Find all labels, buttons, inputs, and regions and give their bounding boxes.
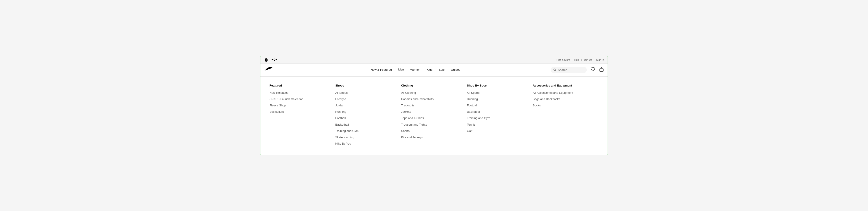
column-items-shoes: All Shoes Lifestyle Jordan Running Footb… — [335, 91, 397, 146]
find-store-link[interactable]: Find a Store — [557, 59, 570, 61]
nav-item-kids[interactable]: Kids — [427, 68, 432, 72]
utility-bar-logos — [264, 58, 278, 62]
sport-item-tennis[interactable]: Tennis — [467, 123, 528, 127]
clothing-item-tracksuits[interactable]: Tracksuits — [401, 103, 462, 108]
dropdown-column-shoes: Shoes All Shoes Lifestyle Jordan Running… — [335, 84, 401, 146]
dropdown-columns: Featured New Releases SNKRS Launch Calen… — [270, 84, 598, 146]
converse-logo[interactable] — [271, 58, 278, 62]
dropdown-column-sport: Shop By Sport All Sports Running Footbal… — [467, 84, 533, 146]
clothing-item-hoodies[interactable]: Hoodies and Sweatshirts — [401, 97, 462, 101]
accessories-item-all[interactable]: All Accessories and Equipment — [533, 91, 594, 95]
sport-item-all[interactable]: All Sports — [467, 91, 528, 95]
shoes-item-jordan[interactable]: Jordan — [335, 103, 397, 108]
column-items-sport: All Sports Running Football Basketball T… — [467, 91, 528, 133]
search-input[interactable] — [558, 68, 584, 72]
svg-line-4 — [555, 70, 556, 71]
clothing-item-tops[interactable]: Tops and T-Shirts — [401, 116, 462, 120]
shoes-item-basketball[interactable]: Basketball — [335, 123, 397, 127]
clothing-item-kits[interactable]: Kits and Jerseys — [401, 135, 462, 139]
featured-item-snkrs[interactable]: SNKRS Launch Calendar — [270, 97, 331, 101]
sport-item-basketball[interactable]: Basketball — [467, 110, 528, 114]
clothing-item-shorts[interactable]: Shorts — [401, 129, 462, 133]
accessories-item-socks[interactable]: Socks — [533, 103, 594, 108]
clothing-item-trousers[interactable]: Trousers and Tights — [401, 123, 462, 127]
dropdown-column-accessories: Accessories and Equipment All Accessorie… — [533, 84, 598, 146]
nav-item-men[interactable]: Men — [398, 68, 404, 72]
shoes-item-lifestyle[interactable]: Lifestyle — [335, 97, 397, 101]
column-items-accessories: All Accessories and Equipment Bags and B… — [533, 91, 594, 108]
nav-item-sale[interactable]: Sale — [439, 68, 445, 72]
accessories-item-bags[interactable]: Bags and Backpacks — [533, 97, 594, 101]
header-right — [551, 67, 604, 73]
search-icon — [553, 68, 556, 71]
search-box[interactable] — [551, 67, 587, 73]
sport-item-running[interactable]: Running — [467, 97, 528, 101]
column-items-clothing: All Clothing Hoodies and Sweatshirts Tra… — [401, 91, 462, 140]
dropdown-column-clothing: Clothing All Clothing Hoodies and Sweats… — [401, 84, 467, 146]
main-nav: New & Featured Men Women Kids Sale Guide… — [280, 68, 551, 72]
clothing-item-jackets[interactable]: Jackets — [401, 110, 462, 114]
utility-bar-links: Find a Store | Help | Join Us | Sign In — [557, 59, 604, 61]
utility-bar: Find a Store | Help | Join Us | Sign In — [260, 56, 608, 64]
nav-item-new-featured[interactable]: New & Featured — [371, 68, 392, 72]
column-header-accessories: Accessories and Equipment — [533, 84, 594, 87]
shoes-item-running[interactable]: Running — [335, 110, 397, 114]
svg-rect-5 — [600, 69, 603, 71]
featured-item-bestsellers[interactable]: Bestsellers — [270, 110, 331, 114]
bag-icon[interactable] — [599, 67, 604, 73]
column-header-clothing: Clothing — [401, 84, 462, 87]
featured-item-fleece-shop[interactable]: Fleece Shop — [270, 103, 331, 108]
nav-item-women[interactable]: Women — [410, 68, 421, 72]
svg-point-2 — [274, 60, 275, 61]
column-items-featured: New Releases SNKRS Launch Calendar Fleec… — [270, 91, 331, 114]
shoes-item-all[interactable]: All Shoes — [335, 91, 397, 95]
sport-item-training[interactable]: Training and Gym — [467, 116, 528, 120]
clothing-item-all[interactable]: All Clothing — [401, 91, 462, 95]
column-header-shoes: Shoes — [335, 84, 397, 87]
nike-logo[interactable] — [264, 66, 273, 74]
column-header-featured: Featured — [270, 84, 331, 87]
join-us-link[interactable]: Join Us — [584, 59, 592, 61]
dropdown-column-featured: Featured New Releases SNKRS Launch Calen… — [270, 84, 335, 146]
browser-frame: Find a Store | Help | Join Us | Sign In … — [260, 56, 608, 155]
sport-item-golf[interactable]: Golf — [467, 129, 528, 133]
jordan-logo[interactable] — [264, 58, 269, 62]
shoes-item-training[interactable]: Training and Gym — [335, 129, 397, 133]
shoes-item-football[interactable]: Football — [335, 116, 397, 120]
sign-in-link[interactable]: Sign In — [596, 59, 604, 61]
help-link[interactable]: Help — [575, 59, 580, 61]
dropdown-menu: Featured New Releases SNKRS Launch Calen… — [260, 76, 608, 155]
wishlist-icon[interactable] — [590, 67, 595, 73]
main-header: New & Featured Men Women Kids Sale Guide… — [260, 64, 608, 76]
column-header-sport: Shop By Sport — [467, 84, 528, 87]
shoes-item-nikebyyou[interactable]: Nike By You — [335, 142, 397, 146]
featured-item-new-releases[interactable]: New Releases — [270, 91, 331, 95]
nav-item-guides[interactable]: Guides — [451, 68, 460, 72]
sport-item-football[interactable]: Football — [467, 103, 528, 108]
shoes-item-skateboarding[interactable]: Skateboarding — [335, 135, 397, 139]
